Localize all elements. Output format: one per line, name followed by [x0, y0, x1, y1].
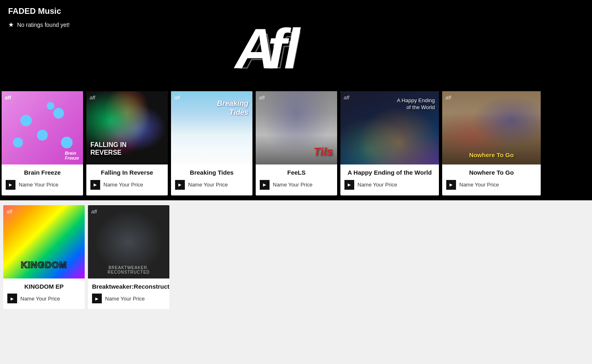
album-cover-title: BreakingTides — [217, 99, 248, 117]
price-label: Name Your Price — [273, 182, 313, 188]
album-afl-label: afl — [91, 208, 97, 215]
album-afl-label: afl — [445, 94, 451, 101]
album-cover-text: FALLING INREVERSE — [90, 141, 127, 156]
album-afl-label: afl — [5, 94, 11, 101]
album-card-breaktweaker: afl BREAKTWEAKER. RECONSTRUCTED Breaktwe… — [88, 205, 169, 309]
album-card-happy-ending: afl A Happy Endingof the World A Happy E… — [340, 91, 439, 195]
album-title: A Happy Ending of the World — [344, 169, 435, 177]
star-icon: ★ — [8, 21, 14, 29]
play-button[interactable]: ▶ — [175, 180, 185, 190]
album-card-feels: afl Tils FeeLS ▶ Name Your Price — [256, 91, 337, 195]
price-label: Name Your Price — [19, 182, 59, 188]
price-label: Name Your Price — [188, 182, 228, 188]
site-title: FADED Music — [8, 7, 584, 16]
album-afl-label: afl — [90, 94, 95, 101]
price-label: Name Your Price — [459, 182, 499, 188]
play-button[interactable]: ▶ — [90, 180, 100, 190]
album-title: KINGDOM EP — [7, 283, 81, 291]
price-label: Name Your Price — [357, 182, 397, 188]
album-cover-text: KINGDOM — [3, 260, 85, 270]
album-card-falling-in-reverse: afl FALLING INREVERSE Falling In Reverse… — [86, 91, 168, 195]
album-row-1: afl BrainFreeze Brain Freeze ▶ Name Your… — [0, 90, 592, 200]
album-cover-text: Nowhere To Go — [442, 151, 541, 158]
play-button[interactable]: ▶ — [92, 294, 102, 303]
album-cover-title: A Happy Endingof the World — [397, 97, 435, 111]
album-afl-label: afl — [7, 208, 12, 215]
price-label: Name Your Price — [20, 296, 60, 302]
album-cover-text: Tils — [314, 145, 333, 158]
play-button[interactable]: ▶ — [446, 180, 456, 190]
album-card-kingdom-ep: afl KINGDOM KINGDOM EP ▶ Name Your Price — [3, 205, 85, 309]
album-title: Falling In Reverse — [90, 169, 164, 177]
album-afl-label: afl — [259, 94, 265, 101]
play-button[interactable]: ▶ — [6, 180, 15, 190]
album-title: Breaking Tides — [175, 169, 248, 177]
album-cover-subtitle: BrainFreeze — [65, 151, 79, 160]
album-row-2: afl KINGDOM KINGDOM EP ▶ Name Your Price… — [0, 200, 592, 327]
price-label: Name Your Price — [103, 182, 143, 188]
album-cover-text: BREAKTWEAKER. RECONSTRUCTED — [88, 265, 169, 274]
album-card-brain-freeze: afl BrainFreeze Brain Freeze ▶ Name Your… — [2, 91, 83, 195]
album-title: Brain Freeze — [6, 169, 79, 177]
album-card-nowhere-to-go: afl Nowhere To Go Nowhere To Go ▶ Name Y… — [442, 91, 541, 195]
play-button[interactable]: ▶ — [260, 180, 270, 190]
album-title: Nowhere To Go — [446, 169, 537, 177]
album-title: FeeLS — [260, 169, 333, 177]
rating-row: ★ No ratings found yet! — [8, 21, 584, 29]
album-card-breaking-tides: afl BreakingTides Breaking Tides ▶ Name … — [171, 91, 252, 195]
hero-logo: A fl A fl — [235, 20, 357, 86]
album-title: Breaktweaker:Reconstructed — [92, 283, 165, 291]
album-afl-label: afl — [174, 94, 180, 101]
play-button[interactable]: ▶ — [7, 294, 17, 303]
album-afl-label: afl — [344, 94, 349, 101]
play-button[interactable]: ▶ — [344, 180, 354, 190]
rating-text: No ratings found yet! — [17, 22, 70, 28]
price-label: Name Your Price — [105, 296, 145, 302]
hero-section: FADED Music ★ No ratings found yet! A fl… — [0, 0, 592, 90]
